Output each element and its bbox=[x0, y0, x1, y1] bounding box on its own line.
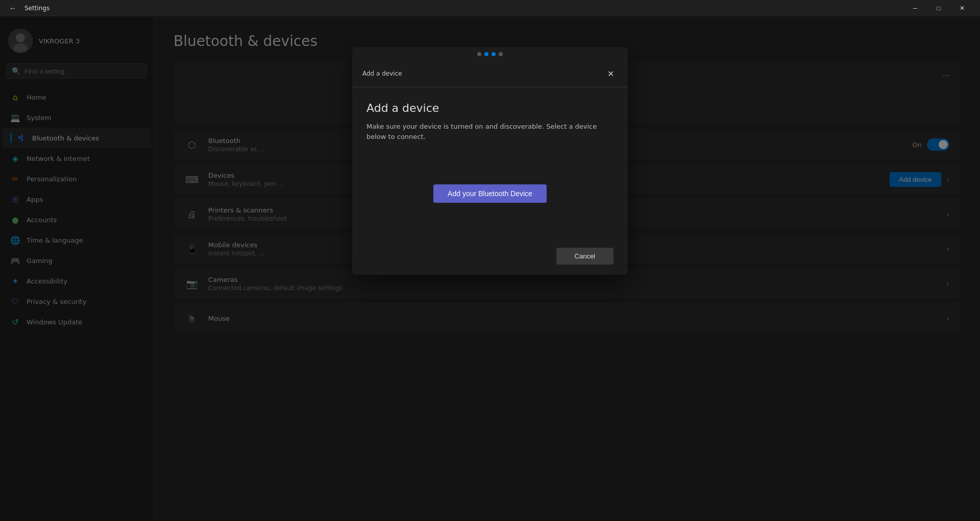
minimize-button[interactable]: ─ bbox=[903, 0, 927, 16]
app-title: Settings bbox=[24, 5, 50, 12]
window-controls: ─ □ ✕ bbox=[903, 0, 974, 16]
modal-body: Add a device Make sure your device is tu… bbox=[352, 87, 628, 240]
maximize-button[interactable]: □ bbox=[927, 0, 950, 16]
modal-overlay[interactable]: Add a device ✕ Add a device Make sure yo… bbox=[0, 16, 980, 521]
close-button[interactable]: ✕ bbox=[950, 0, 974, 16]
modal-close-button[interactable]: ✕ bbox=[603, 66, 618, 81]
progress-dot-2 bbox=[492, 52, 496, 56]
cancel-button[interactable]: Cancel bbox=[556, 248, 614, 265]
modal-title: Add a device bbox=[366, 102, 614, 114]
modal-header-title: Add a device bbox=[362, 70, 402, 77]
modal-header: Add a device ✕ bbox=[352, 58, 628, 87]
add-bluetooth-button[interactable]: Add your Bluetooth Device bbox=[433, 184, 547, 203]
modal-description: Make sure your device is turned on and d… bbox=[366, 122, 614, 141]
modal-footer: Cancel bbox=[352, 240, 628, 275]
progress-dot-3 bbox=[499, 52, 503, 56]
progress-dots bbox=[352, 47, 628, 58]
back-button[interactable]: ← bbox=[6, 3, 19, 13]
modal-device-area: Add your Bluetooth Device bbox=[366, 158, 614, 229]
progress-dot-0 bbox=[477, 52, 481, 56]
titlebar: ← Settings ─ □ ✕ bbox=[0, 0, 980, 16]
add-device-modal: Add a device ✕ Add a device Make sure yo… bbox=[352, 47, 628, 275]
progress-dot-1 bbox=[484, 52, 488, 56]
